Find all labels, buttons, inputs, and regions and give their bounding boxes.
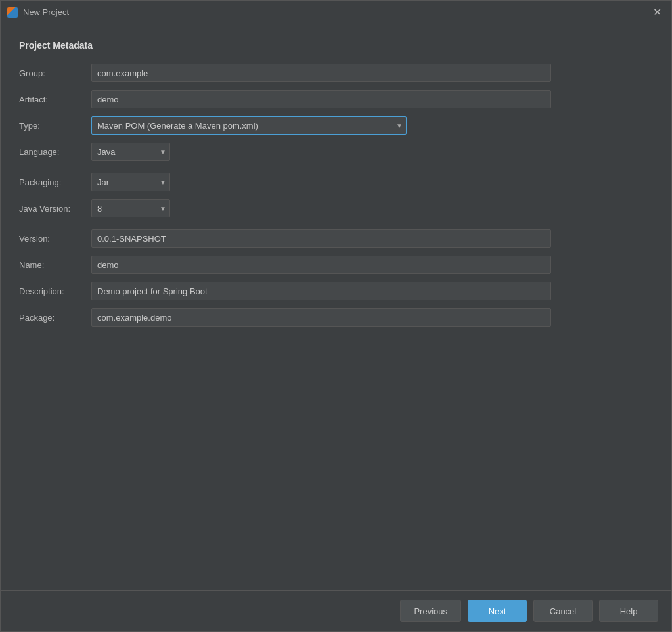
close-button[interactable]: ✕ (649, 5, 665, 20)
description-input[interactable] (91, 282, 551, 300)
new-project-icon (7, 7, 18, 18)
group-label: Group: (19, 68, 91, 78)
next-button[interactable]: Next (468, 600, 527, 622)
version-label: Version: (19, 234, 91, 244)
language-select-wrapper: Java Kotlin Groovy ▼ (91, 143, 170, 161)
dialog-content: Project Metadata Group: Artifact: Type: … (1, 24, 671, 590)
type-label: Type: (19, 121, 91, 131)
name-label: Name: (19, 260, 91, 270)
window-title: New Project (23, 7, 69, 17)
package-label: Package: (19, 313, 91, 323)
artifact-input[interactable] (91, 90, 551, 108)
version-row: Version: (19, 229, 653, 248)
type-select-wrapper: Maven POM (Generate a Maven pom.xml) Mav… (91, 116, 407, 135)
version-input[interactable] (91, 229, 551, 248)
previous-button[interactable]: Previous (400, 600, 461, 622)
packaging-select-wrapper: Jar War ▼ (91, 173, 170, 191)
new-project-dialog: New Project ✕ Project Metadata Group: Ar… (0, 0, 672, 632)
description-row: Description: (19, 282, 653, 300)
section-title: Project Metadata (19, 40, 653, 51)
description-label: Description: (19, 286, 91, 296)
artifact-row: Artifact: (19, 90, 653, 108)
java-version-select-wrapper: 8 11 17 21 ▼ (91, 199, 170, 217)
title-bar-left: New Project (7, 7, 69, 18)
packaging-label: Packaging: (19, 177, 91, 187)
name-input[interactable] (91, 256, 551, 274)
help-button[interactable]: Help (599, 600, 658, 622)
group-row: Group: (19, 64, 653, 82)
package-row: Package: (19, 308, 653, 327)
language-label: Language: (19, 147, 91, 157)
type-select[interactable]: Maven POM (Generate a Maven pom.xml) Mav… (91, 116, 407, 135)
package-input[interactable] (91, 308, 551, 327)
java-version-row: Java Version: 8 11 17 21 ▼ (19, 199, 653, 217)
packaging-row: Packaging: Jar War ▼ (19, 173, 653, 191)
java-version-select[interactable]: 8 11 17 21 (91, 199, 170, 217)
title-bar: New Project ✕ (1, 1, 671, 24)
language-select[interactable]: Java Kotlin Groovy (91, 143, 170, 161)
language-row: Language: Java Kotlin Groovy ▼ (19, 143, 653, 161)
cancel-button[interactable]: Cancel (533, 600, 593, 622)
group-input[interactable] (91, 64, 551, 82)
packaging-select[interactable]: Jar War (91, 173, 170, 191)
dialog-footer: Previous Next Cancel Help (1, 590, 671, 631)
name-row: Name: (19, 256, 653, 274)
artifact-label: Artifact: (19, 95, 91, 104)
type-row: Type: Maven POM (Generate a Maven pom.xm… (19, 116, 653, 135)
java-version-label: Java Version: (19, 204, 91, 214)
